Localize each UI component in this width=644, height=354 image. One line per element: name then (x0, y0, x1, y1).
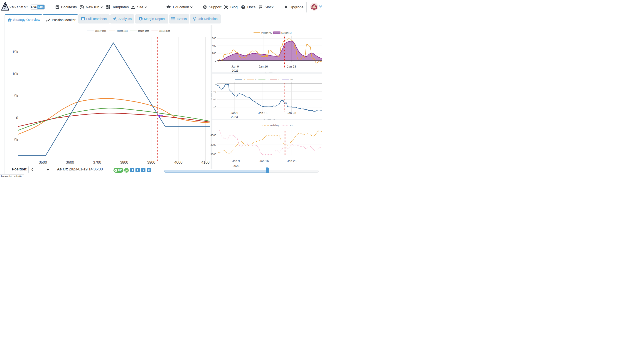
svg-text:$: $ (140, 17, 141, 20)
svg-text:?: ? (242, 6, 244, 9)
svg-text:3D: 3D (125, 169, 128, 171)
